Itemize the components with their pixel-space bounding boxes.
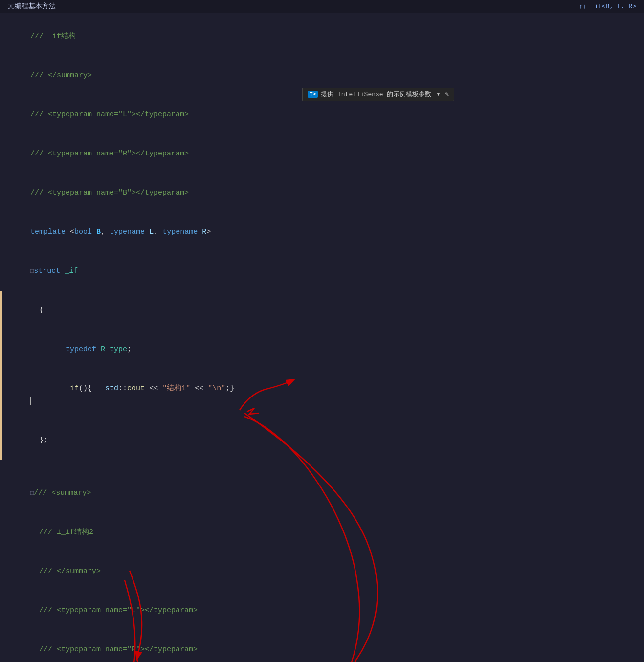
code-line-13: □/// <summary> bbox=[0, 474, 644, 513]
code-editor: T> 提供 IntelliSense 的示例模板参数 ▾ ✎ /// _if结构… bbox=[0, 13, 644, 662]
code-line-8: { bbox=[0, 291, 644, 330]
code-line-4: /// <typeparam name="R"></typeparam> bbox=[0, 134, 644, 174]
code-line-1: /// _if结构 bbox=[0, 17, 644, 56]
line-content-17: /// <typeparam name="R"></typeparam> bbox=[2, 630, 644, 662]
code-line-12 bbox=[0, 460, 644, 474]
code-line-7: □struct _if bbox=[0, 252, 644, 291]
line-content-16: /// <typeparam name="L"></typeparam> bbox=[2, 591, 644, 630]
line-content-9: typedef R type; bbox=[2, 330, 644, 369]
code-line-15: /// </summary> bbox=[0, 552, 644, 591]
intellisense-text: 提供 IntelliSense 的示例模板参数 bbox=[321, 90, 431, 99]
line-content-8: { bbox=[2, 291, 644, 330]
cursor-1 bbox=[30, 397, 31, 405]
intellisense-dropdown[interactable]: ▾ bbox=[436, 90, 440, 98]
code-line-6: template <bool B, typename L, typename R… bbox=[0, 213, 644, 252]
line-content-12 bbox=[2, 460, 644, 474]
line-content-14: /// i_if结构2 bbox=[2, 513, 644, 552]
header-nav: ↑↓ _if<B, L, R> bbox=[579, 3, 636, 10]
code-line-5: /// <typeparam name="B"></typeparam> bbox=[0, 174, 644, 213]
line-content-6: template <bool B, typename L, typename R… bbox=[2, 213, 644, 252]
code-line-9: typedef R type; bbox=[0, 330, 644, 369]
line-content-5: /// <typeparam name="B"></typeparam> bbox=[2, 174, 644, 213]
intellisense-popup[interactable]: T> 提供 IntelliSense 的示例模板参数 ▾ ✎ bbox=[302, 88, 454, 101]
line-content-13: □/// <summary> bbox=[2, 474, 644, 513]
header-title: 元编程基本方法 bbox=[8, 2, 56, 11]
header: 元编程基本方法 ↑↓ _if<B, L, R> bbox=[0, 0, 644, 13]
line-content-4: /// <typeparam name="R"></typeparam> bbox=[2, 134, 644, 174]
code-line-10: _if(){ std::cout << "结构1" << "\n";} bbox=[0, 369, 644, 421]
line-content-3: /// <typeparam name="L"></typeparam> bbox=[2, 95, 644, 134]
code-line-14: /// i_if结构2 bbox=[0, 513, 644, 552]
line-content-7: □struct _if bbox=[2, 252, 644, 291]
intellisense-edit-icon[interactable]: ✎ bbox=[445, 90, 449, 98]
intellisense-t-label: T> bbox=[308, 91, 318, 98]
line-content-1: /// _if结构 bbox=[2, 17, 644, 56]
line-content-10: _if(){ std::cout << "结构1" << "\n";} bbox=[2, 369, 644, 421]
code-line-17: /// <typeparam name="R"></typeparam> bbox=[0, 630, 644, 662]
code-line-16: /// <typeparam name="L"></typeparam> bbox=[0, 591, 644, 630]
line-content-11: }; bbox=[2, 421, 644, 460]
code-line-11: }; bbox=[0, 421, 644, 460]
code-line-3: /// <typeparam name="L"></typeparam> bbox=[0, 95, 644, 134]
line-content-15: /// </summary> bbox=[2, 552, 644, 591]
